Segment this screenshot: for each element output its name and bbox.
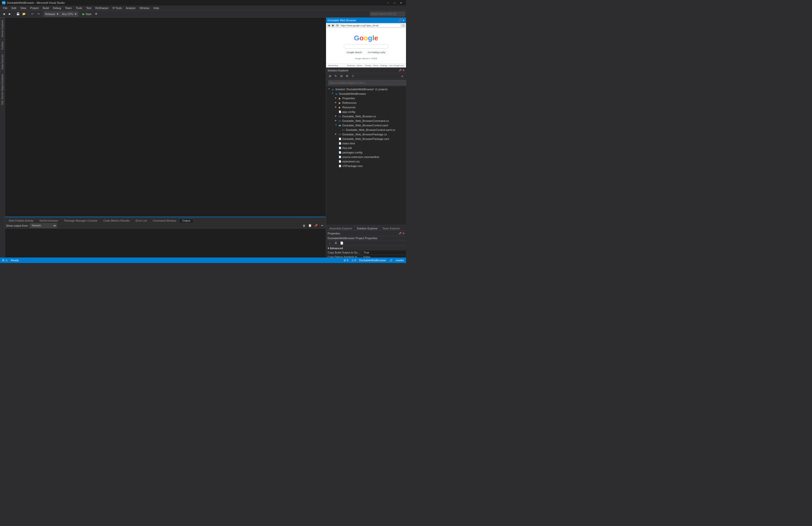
tree-item-15[interactable]: 📄source.extension.vsixmanifest <box>326 155 406 159</box>
editor-area <box>5 17 326 217</box>
play-icon: ▶ <box>83 12 85 16</box>
quick-launch-input[interactable] <box>370 12 405 16</box>
tree-item-3[interactable]: ▶▶References <box>326 101 406 105</box>
bp-tab-nuget-browser[interactable]: NuGet browser <box>37 218 61 223</box>
bp-tab-code-metrics-results[interactable]: Code Metrics Results <box>101 218 133 223</box>
tree-item-16[interactable]: 📄stylesheet.css <box>326 159 406 164</box>
toolbar-open-btn[interactable]: 📂 <box>21 11 27 17</box>
menu-item-tools[interactable]: Tools <box>74 5 84 10</box>
sidebar-tab-server-explorer[interactable]: Server Explorer <box>0 17 5 39</box>
tree-item-8[interactable]: ▼◀▶Dockable_Web_BrowserControl.xaml <box>326 123 406 128</box>
toolbar-save-btn[interactable]: 💾 <box>15 11 21 17</box>
menu-item-edit[interactable]: Edit <box>10 5 18 10</box>
tree-item-5[interactable]: 📄app.config <box>326 110 406 114</box>
browser-pin-btn[interactable]: 📌 <box>398 19 402 22</box>
menu-item-debug[interactable]: Debug <box>51 5 63 10</box>
se-tab-team-explorer[interactable]: Team Explorer <box>380 226 402 230</box>
props-pages-btn[interactable]: 📄 <box>339 240 345 246</box>
browser-go-btn[interactable]: → <box>402 24 405 27</box>
logo-g: G <box>354 34 359 42</box>
tree-item-11[interactable]: 📄Dockable_Web_BrowserPackage.vsct <box>326 137 406 141</box>
tree-item-6[interactable]: ▶C#Dockable_Web_Browser.cs <box>326 114 406 118</box>
toolbar-undo-btn[interactable]: ↩ <box>30 11 35 17</box>
output-source-select[interactable]: XamarinBuildDebugSource ControlPackage M… <box>30 223 57 228</box>
props-header-controls: 📌 ✕ <box>398 232 405 235</box>
se-props-btn[interactable]: ⚙ <box>344 73 350 79</box>
output-copy-btn[interactable]: 📋 <box>307 223 313 228</box>
props-sort-btn[interactable]: ↕ <box>327 240 333 246</box>
sidebar-tab-toolbox[interactable]: Toolbox <box>0 39 5 52</box>
google-search-btn[interactable]: Google Search <box>345 50 364 55</box>
props-group-btn[interactable]: ☰ <box>333 240 338 246</box>
output-clear-btn[interactable]: 🗑 <box>301 223 307 228</box>
tree-item-1[interactable]: ▼◆DockableWebBrowser <box>326 91 406 96</box>
browser-fwd-btn[interactable]: ▶ <box>331 24 335 27</box>
tree-item-2[interactable]: ▶▶Properties <box>326 96 406 101</box>
toolbar-debug-btn[interactable]: ⚙ <box>93 11 99 17</box>
prop-value-copy-build[interactable]: True <box>362 251 406 255</box>
bp-tab-web-publish-activity[interactable]: Web Publish Activity <box>6 218 37 223</box>
tree-item-7[interactable]: ▶C#Dockable_Web_BrowserCommand.cs <box>326 118 406 123</box>
sidebar-tab-data-sources[interactable]: Data Sources <box>0 52 5 72</box>
browser-close-btn[interactable]: ✕ <box>403 19 405 22</box>
start-button[interactable]: ▶ Start <box>81 11 93 17</box>
close-button[interactable]: ✕ <box>398 0 404 5</box>
tree-item-4[interactable]: ▶▶Resources <box>326 105 406 110</box>
tree-item-14[interactable]: 📄packages.config <box>326 150 406 155</box>
toolbar-redo-btn[interactable]: ↪ <box>35 11 41 17</box>
output-source-label: Show output from: <box>6 224 28 227</box>
platform-dropdown[interactable]: Any CPU ▼ <box>61 12 78 16</box>
google-lucky-btn[interactable]: I'm Feeling Lucky <box>366 50 388 55</box>
google-search-input[interactable] <box>344 44 389 48</box>
menu-item-r-tools[interactable]: R Tools <box>111 5 124 10</box>
bp-tab-command-window[interactable]: Command Window <box>150 218 179 223</box>
se-refresh-btn[interactable]: ↻ <box>333 73 338 79</box>
status-warnings: ⚠ 0 <box>351 259 356 262</box>
toolbar-back-btn[interactable]: ◀ <box>1 11 6 17</box>
props-section-advanced[interactable]: ▼ Advanced <box>326 246 406 251</box>
se-view-toggle-btn[interactable]: ≡ <box>400 73 405 79</box>
sidebar-tab-sql-explorer[interactable]: SQL Server Object Explorer <box>0 72 5 107</box>
google-page: Google Google Search I'm Feeling Lucky G… <box>344 28 389 60</box>
tree-item-10[interactable]: ▶C#Dockable_Web_BrowserPackage.cs <box>326 132 406 137</box>
se-search-input[interactable] <box>328 80 406 85</box>
se-sync-btn[interactable]: ⇄ <box>327 73 333 79</box>
se-close-btn[interactable]: ✕ <box>403 69 405 72</box>
se-pin-btn[interactable]: 📌 <box>398 69 402 72</box>
toolbar-forward-btn[interactable]: ▶ <box>7 11 13 17</box>
menu-item-build[interactable]: Build <box>41 5 51 10</box>
browser-back-btn[interactable]: ◀ <box>327 24 331 27</box>
bp-tab-package-manager-console[interactable]: Package Manager Console <box>61 218 100 223</box>
browser-refresh-btn[interactable]: ↻ <box>336 24 339 27</box>
tree-item-0[interactable]: ▼◆Solution 'DockableWebBrowser' (1 proje… <box>326 87 406 91</box>
menu-item-team[interactable]: Team <box>63 5 74 10</box>
tree-item-9[interactable]: C#Dockable_Web_BrowserControl.xaml.cs <box>326 128 406 132</box>
se-header-controls: 📌 ✕ <box>398 69 405 72</box>
tree-item-12[interactable]: 📄index.html <box>326 141 406 146</box>
restore-button[interactable]: □ <box>391 0 397 5</box>
menu-item-file[interactable]: File <box>1 5 10 10</box>
menu-item-help[interactable]: Help <box>151 5 161 10</box>
se-tab-solution-explorer[interactable]: Solution Explorer <box>354 226 380 230</box>
se-tab-assembly-explorer[interactable]: Assembly Explorer <box>327 226 354 230</box>
menu-item-window[interactable]: Window <box>137 5 151 10</box>
bp-tab-error-list[interactable]: Error List <box>133 218 150 223</box>
menu-item-project[interactable]: Project <box>28 5 41 10</box>
se-collapse-btn[interactable]: ⊟ <box>338 73 344 79</box>
menu-item-view[interactable]: View <box>18 5 28 10</box>
minimize-button[interactable]: ─ <box>385 0 391 5</box>
menu-item-resharper[interactable]: ReSharper <box>93 5 111 10</box>
menu-item-analyze[interactable]: Analyze <box>124 5 137 10</box>
bp-tab-output[interactable]: Output <box>179 218 193 223</box>
tree-item-17[interactable]: 📄VSPackage.resx <box>326 164 406 168</box>
tree-icon-2: ▶ <box>338 97 342 100</box>
output-pin-btn[interactable]: 📌 <box>313 223 319 228</box>
props-close-btn[interactable]: ✕ <box>403 232 405 235</box>
se-filter-btn[interactable]: ▽ <box>350 73 356 79</box>
output-wrap-btn[interactable]: ⇔ <box>319 223 325 228</box>
config-dropdown[interactable]: Release ▼ <box>44 12 60 16</box>
menu-item-test[interactable]: Test <box>84 5 93 10</box>
tree-item-13[interactable]: 📄Key.snk <box>326 146 406 150</box>
props-pin-btn[interactable]: 📌 <box>398 232 402 235</box>
browser-address-bar[interactable] <box>340 24 401 27</box>
